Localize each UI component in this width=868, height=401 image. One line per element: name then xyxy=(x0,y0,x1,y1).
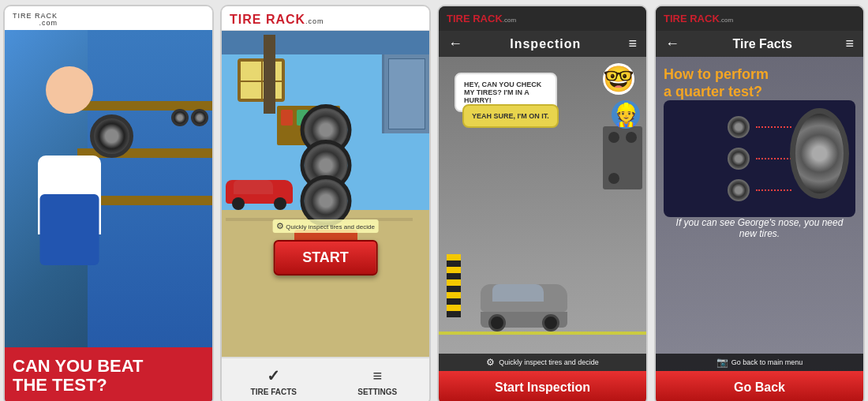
panel2-game-area: ⚙ Quickly inspect tires and decide START xyxy=(222,31,429,357)
window xyxy=(238,58,285,102)
panel3-nav-bar: ← Inspection ≡ xyxy=(439,31,646,57)
panel4-header: TIRE RACK.com xyxy=(656,6,863,31)
camera-icon: 📷 xyxy=(716,357,728,368)
dotted-line-2 xyxy=(756,158,791,159)
tire-facts-label: TIRE FACTS xyxy=(251,388,297,396)
panel3-page-title: Inspection xyxy=(510,37,581,51)
tire-diagram xyxy=(728,110,791,208)
go-back-button[interactable]: Go Back xyxy=(656,371,863,401)
tire-stack-display xyxy=(300,104,351,227)
small-tire-icon-2 xyxy=(728,148,750,170)
panel4-logo: TIRE RACK.com xyxy=(664,13,733,24)
tire-facts-icon: ✓ xyxy=(267,366,280,385)
panel1-logo: TIRE RACK .com xyxy=(13,13,58,27)
cta-box: CAN YOU BEAT THE TEST? xyxy=(5,347,212,401)
panel4-nav-bar: ← Tire Facts ≡ xyxy=(656,31,863,57)
small-tire-icon-3 xyxy=(728,179,750,201)
content-foreground: How to perform a quarter test? xyxy=(664,66,855,239)
red-car xyxy=(226,180,293,204)
tire-facts-nav-item[interactable]: ✓ TIRE FACTS xyxy=(222,358,326,401)
person-figure xyxy=(5,35,133,353)
panel4-bottom: 📷 Go back to main menu Go Back xyxy=(656,354,863,401)
large-tire-diagram xyxy=(790,108,849,199)
cta-text-line1: CAN YOU BEAT xyxy=(13,357,204,376)
george-text: If you can see George's nose, you need n… xyxy=(664,217,855,239)
gear-icon: ⚙ xyxy=(486,357,495,368)
panel2-bottom-nav: ✓ TIRE FACTS ≡ SETTINGS xyxy=(222,357,429,401)
panel3-menu-icon[interactable]: ≡ xyxy=(628,36,637,52)
tire-row-2 xyxy=(728,148,791,170)
panel2-hint: ⚙ Quickly inspect tires and decide xyxy=(272,219,379,233)
panel4-content: How to perform a quarter test? xyxy=(656,57,863,401)
dotted-line-3 xyxy=(756,189,791,191)
settings-icon: ≡ xyxy=(372,367,382,385)
start-button[interactable]: START xyxy=(273,240,378,275)
phone-panel-1: TIRE RACK .com CAN YOU BEAT THE TEST? xyxy=(3,5,214,401)
inspection-car xyxy=(481,284,567,328)
cta-text-line2: THE TEST? xyxy=(13,376,204,395)
hanging-chain xyxy=(264,35,275,114)
panel1-header: TIRE RACK .com xyxy=(5,6,212,30)
phone-panel-3: TIRE RACK.com ← Inspection ≡ xyxy=(437,5,648,401)
dotted-line-1 xyxy=(756,126,791,128)
settings-nav-item[interactable]: ≡ SETTINGS xyxy=(326,358,430,401)
panel3-logo: TIRE RACK.com xyxy=(447,13,516,24)
settings-label: SETTINGS xyxy=(357,388,397,396)
panel1-main-image: CAN YOU BEAT THE TEST? xyxy=(5,30,212,401)
floor-line xyxy=(439,332,646,335)
panel3-header: TIRE RACK.com xyxy=(439,6,646,31)
panel3-back-button[interactable]: ← xyxy=(448,36,462,52)
tire-row-1 xyxy=(728,116,791,138)
quarter-test-title: How to perform a quarter test? xyxy=(664,66,855,100)
shelf-tires xyxy=(171,109,208,126)
character-1-icon: 🤓 xyxy=(603,63,634,95)
panel2-logo: TIRE RACK.com xyxy=(230,13,324,27)
safety-stripes xyxy=(447,254,461,317)
phone-panel-4: TIRE RACK.com ← Tire Facts ≡ How to perf… xyxy=(654,5,865,401)
tire-diagram-card xyxy=(664,100,855,217)
panel2-header: TIRE RACK.com xyxy=(222,6,429,31)
start-inspection-button[interactable]: Start Inspection xyxy=(439,371,646,401)
phone-panel-2: TIRE RACK.com xyxy=(220,5,431,401)
small-tire-icon-1 xyxy=(728,116,750,138)
tire-row-3 xyxy=(728,179,791,201)
goback-hint: 📷 Go back to main menu xyxy=(656,354,863,371)
panel4-back-button[interactable]: ← xyxy=(665,36,679,52)
ceiling-beam xyxy=(222,31,429,54)
inspect-hint: ⚙ Quickly inspect tires and decide xyxy=(439,354,646,371)
panel4-page-title: Tire Facts xyxy=(733,37,792,51)
panel3-bottom: ⚙ Quickly inspect tires and decide Start… xyxy=(439,354,646,401)
panel3-scene: HEY, CAN YOU CHECK MY TIRES? I'M IN A HU… xyxy=(439,57,646,401)
chat-bubble-2: YEAH SURE, I'M ON IT. xyxy=(462,104,559,128)
panel4-menu-icon[interactable]: ≡ xyxy=(845,36,854,52)
lockers xyxy=(382,54,429,133)
bg-tire-rack xyxy=(603,126,642,189)
character-2-icon: 👷 xyxy=(612,100,640,129)
